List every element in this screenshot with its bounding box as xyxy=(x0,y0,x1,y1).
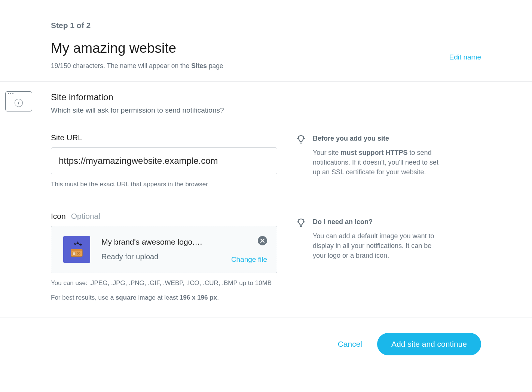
add-site-continue-button[interactable]: Add site and continue xyxy=(377,333,481,355)
svg-point-4 xyxy=(78,253,79,254)
cancel-button[interactable]: Cancel xyxy=(338,340,362,349)
optional-tag: Optional xyxy=(71,212,100,221)
char-count-hint: 19/150 characters. The name will appear … xyxy=(51,62,481,70)
lightbulb-icon xyxy=(296,134,306,144)
tip-before-add: Before you add you site Your site must s… xyxy=(296,135,481,177)
svg-rect-2 xyxy=(73,252,76,255)
upload-status: Ready for upload xyxy=(101,252,247,261)
change-file-link[interactable]: Change file xyxy=(231,255,267,264)
tip-text: You can add a default image you want to … xyxy=(313,231,444,260)
step-indicator: Step 1 of 2 xyxy=(51,21,481,30)
tip-need-icon: Do I need an icon? You can add a default… xyxy=(296,218,481,260)
site-url-hint: This must be the exact URL that appears … xyxy=(51,180,277,189)
tip-title: Do I need an icon? xyxy=(313,218,444,226)
upload-size-hint: For best results, use a square image at … xyxy=(51,293,277,303)
upload-box: My brand's awesome logo.p… Ready for upl… xyxy=(51,226,277,273)
remove-file-button[interactable] xyxy=(258,236,267,245)
site-url-input[interactable] xyxy=(51,147,277,174)
edit-name-link[interactable]: Edit name xyxy=(449,53,481,61)
section-subtitle: Which site will ask for permission to se… xyxy=(51,106,481,114)
upload-format-hint: You can use: .JPEG, .JPG, .PNG, .GIF, .W… xyxy=(51,278,277,288)
page-title: My amazing website xyxy=(51,40,481,56)
section-title: Site information xyxy=(51,92,481,102)
lightbulb-icon xyxy=(296,218,306,228)
tip-text: Your site must support HTTPS to send not… xyxy=(313,148,444,177)
upload-file-name: My brand's awesome logo.p… xyxy=(101,238,206,246)
browser-info-icon: i xyxy=(5,91,32,111)
tip-title: Before you add you site xyxy=(313,135,444,143)
icon-label: Icon Optional xyxy=(51,212,277,221)
site-url-label: Site URL xyxy=(51,133,277,142)
svg-rect-1 xyxy=(71,249,82,251)
upload-thumbnail xyxy=(63,236,90,263)
